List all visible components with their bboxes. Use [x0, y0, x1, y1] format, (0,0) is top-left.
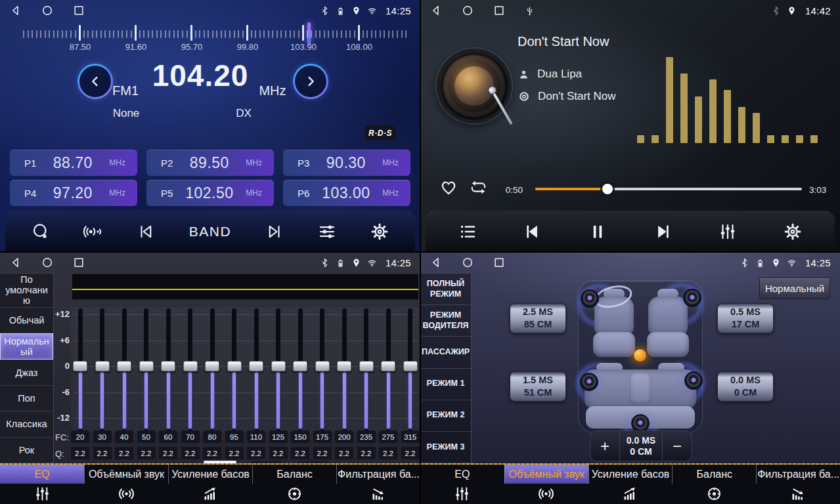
eq-band-handle[interactable]	[205, 361, 219, 371]
tab-eq[interactable]: EQ	[0, 465, 84, 504]
tab-eq[interactable]: EQ	[420, 465, 504, 504]
eq-band-handle[interactable]	[293, 361, 307, 371]
q-value[interactable]: 2.2	[401, 447, 420, 459]
rear-right-delay-button[interactable]: 0.0 MS 0 CM	[717, 371, 774, 402]
favorite-button[interactable]	[439, 177, 458, 197]
eq-band-handle[interactable]	[381, 361, 395, 371]
sound-mode-item[interactable]: РЕЖИМ 1	[420, 369, 471, 400]
q-value[interactable]: 2.2	[115, 447, 133, 459]
fc-value[interactable]: 30	[93, 430, 112, 443]
preset-button-p5[interactable]: P5102.50MHz	[146, 180, 274, 206]
decrease-delay-button[interactable]: −	[662, 431, 692, 461]
fc-value[interactable]: 80	[203, 430, 221, 443]
broadcast-button[interactable]	[83, 222, 103, 242]
settings-button[interactable]	[783, 222, 803, 242]
eq-preset-item[interactable]: Джаз	[0, 360, 53, 385]
recents-square-icon[interactable]	[72, 4, 85, 17]
q-value[interactable]: 2.2	[137, 447, 156, 459]
sound-preset-button[interactable]: Нормальный	[759, 278, 830, 299]
recents-square-icon[interactable]	[493, 256, 506, 269]
q-value[interactable]: 2.2	[291, 447, 309, 459]
settings-button[interactable]	[370, 222, 389, 242]
sound-mode-item[interactable]: ПАССАЖИР	[420, 337, 471, 368]
tab-balance[interactable]: Баланс	[672, 465, 756, 504]
fc-value[interactable]: 175	[313, 430, 332, 443]
playlist-button[interactable]	[458, 222, 477, 242]
fc-value[interactable]: 40	[115, 430, 133, 443]
tab-filter[interactable]: Фильтрация ба...	[336, 465, 420, 504]
back-icon[interactable]	[430, 4, 443, 17]
fc-value[interactable]: 150	[291, 430, 309, 443]
eq-preset-item[interactable]: Нормальный	[0, 333, 53, 360]
sound-mode-item[interactable]: РЕЖИМ 2	[420, 400, 471, 432]
frequency-up-button[interactable]	[293, 64, 328, 99]
q-value[interactable]: 2.2	[93, 447, 112, 459]
eq-band-handle[interactable]	[315, 361, 330, 371]
fc-value[interactable]: 200	[335, 430, 353, 443]
eq-band-handle[interactable]	[73, 361, 87, 371]
recents-square-icon[interactable]	[493, 4, 506, 17]
eq-band-handle[interactable]	[227, 361, 242, 371]
home-circle-icon[interactable]	[461, 4, 474, 17]
back-icon[interactable]	[9, 4, 22, 17]
tab-balance[interactable]: Баланс	[252, 465, 336, 504]
fc-value[interactable]: 315	[401, 430, 420, 443]
eq-band-handle[interactable]	[359, 361, 374, 371]
frequency-ruler[interactable]	[0, 24, 420, 43]
fc-value[interactable]: 110	[247, 430, 265, 443]
album-art[interactable]	[437, 49, 512, 123]
listening-position-marker[interactable]	[634, 349, 646, 362]
prev-track-button[interactable]	[523, 222, 542, 242]
sound-mode-item[interactable]: РЕЖИМ ВОДИТЕЛЯ	[420, 305, 471, 337]
q-value[interactable]: 2.2	[225, 447, 244, 459]
home-circle-icon[interactable]	[41, 256, 54, 269]
next-track-button[interactable]	[264, 222, 284, 242]
prev-track-button[interactable]	[137, 222, 156, 242]
q-value[interactable]: 2.2	[335, 447, 353, 459]
progress-knob[interactable]	[602, 184, 613, 194]
eq-band-handle[interactable]	[337, 361, 351, 371]
fc-value[interactable]: 20	[71, 430, 89, 443]
sound-mode-item[interactable]: РЕЖИМ 3	[420, 432, 471, 463]
eq-preset-item[interactable]: Рок	[0, 438, 53, 463]
fc-value[interactable]: 235	[357, 430, 376, 443]
fc-value[interactable]: 60	[159, 430, 177, 443]
home-circle-icon[interactable]	[461, 256, 474, 269]
front-right-delay-button[interactable]: 0.5 MS 17 CM	[717, 303, 774, 333]
repeat-button[interactable]	[469, 178, 488, 197]
eq-preset-item[interactable]: Классика	[0, 411, 53, 437]
fc-value[interactable]: 70	[181, 430, 200, 443]
car-cabin-panel[interactable]	[578, 280, 703, 433]
q-value[interactable]: 2.2	[269, 447, 288, 459]
q-value[interactable]: 2.2	[247, 447, 265, 459]
q-value[interactable]: 2.2	[357, 447, 376, 459]
increase-delay-button[interactable]: +	[590, 431, 620, 461]
tab-bass[interactable]: Усиление басов	[588, 465, 673, 504]
tab-filter[interactable]: Фильтрация ба...	[756, 465, 840, 504]
front-left-delay-button[interactable]: 2.5 MS 85 CM	[510, 303, 566, 333]
sound-mode-item[interactable]: ПОЛНЫЙ РЕЖИМ	[420, 274, 471, 305]
fc-value[interactable]: 95	[225, 430, 244, 443]
preset-button-p1[interactable]: P188.70MHz	[10, 150, 137, 176]
eq-preset-item[interactable]: По умолчанию	[0, 274, 53, 308]
eq-band-handle[interactable]	[117, 361, 131, 371]
q-value[interactable]: 2.2	[159, 447, 177, 459]
q-value[interactable]: 2.2	[71, 447, 89, 459]
back-icon[interactable]	[9, 256, 22, 269]
q-value[interactable]: 2.2	[379, 447, 397, 459]
fc-value[interactable]: 275	[379, 430, 397, 443]
eq-band-handle[interactable]	[161, 361, 175, 371]
eq-band-handle[interactable]	[139, 361, 154, 371]
scan-button[interactable]	[31, 222, 51, 242]
tab-bass[interactable]: Усиление басов	[168, 465, 252, 504]
pause-button[interactable]	[588, 222, 608, 242]
q-value[interactable]: 2.2	[203, 447, 221, 459]
preset-button-p2[interactable]: P289.50MHz	[146, 150, 274, 176]
eq-band-handle[interactable]	[183, 361, 198, 371]
eq-preset-item[interactable]: Поп	[0, 386, 53, 411]
tab-surround[interactable]: Объёмный звук	[504, 465, 588, 504]
eq-band-handle[interactable]	[249, 361, 263, 371]
fc-value[interactable]: 125	[269, 430, 288, 443]
eq-band-handle[interactable]	[95, 361, 110, 371]
home-circle-icon[interactable]	[41, 4, 54, 17]
